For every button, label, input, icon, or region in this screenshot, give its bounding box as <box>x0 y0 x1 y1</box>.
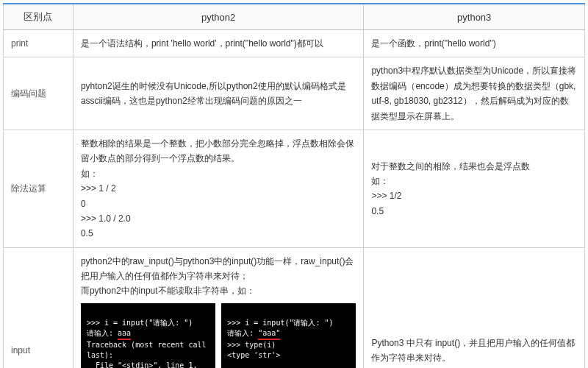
table-row: 除法运算 整数相除的结果是一个整数，把小数部分完全忽略掉，浮点数相除会保留小数点… <box>4 130 585 247</box>
highlight-aaa-quoted: "aaa" <box>258 328 280 340</box>
terminal-group: >>> i = input("请输入: ") 请输入: aaa Tracebac… <box>81 303 356 368</box>
table-row: print 是一个语法结构，print 'hello world'，print(… <box>4 30 585 57</box>
table-row: 编码问题 pyhton2诞生的时候没有Unicode,所以python2使用的默… <box>4 57 585 130</box>
terminal-error: >>> i = input("请输入: ") 请输入: aaa Tracebac… <box>81 303 215 368</box>
row-py3: python3中程序默认数据类型为Unicode，所以直接将数据编码（encod… <box>364 57 585 130</box>
header-py2: python2 <box>73 4 364 30</box>
row-py2: 整数相除的结果是一个整数，把小数部分完全忽略掉，浮点数相除会保留小数点的部分得到… <box>73 130 364 247</box>
comparison-table: 区别点 python2 python3 print 是一个语法结构，print … <box>3 3 585 368</box>
row-diff: print <box>4 30 74 57</box>
header-diff: 区别点 <box>4 4 74 30</box>
terminal-ok: >>> i = input("请输入: ") 请输入: "aaa" >>> ty… <box>221 303 356 368</box>
row-diff: input <box>4 247 74 368</box>
row-diff: 编码问题 <box>4 57 74 130</box>
row-py3: Python3 中只有 input()，并且把用户输入的任何值都作为字符串来对待… <box>364 247 585 368</box>
row-diff: 除法运算 <box>4 130 74 247</box>
highlight-aaa: aaa <box>118 328 131 340</box>
table-header-row: 区别点 python2 python3 <box>4 4 585 30</box>
row-py2: pyhton2诞生的时候没有Unicode,所以python2使用的默认编码格式… <box>73 57 364 130</box>
row-py2: python2中的raw_input()与python3中的input()功能一… <box>73 247 364 368</box>
row-py2: 是一个语法结构，print 'hello world'，print("hello… <box>73 30 364 57</box>
input-intro: python2中的raw_input()与python3中的input()功能一… <box>81 254 356 299</box>
row-py3: 是一个函数，print("hello world") <box>364 30 585 57</box>
row-py3: 对于整数之间的相除，结果也会是浮点数 如： >>> 1/2 0.5 <box>364 130 585 247</box>
header-py3: python3 <box>364 4 585 30</box>
table-row: input python2中的raw_input()与python3中的inpu… <box>4 247 585 368</box>
